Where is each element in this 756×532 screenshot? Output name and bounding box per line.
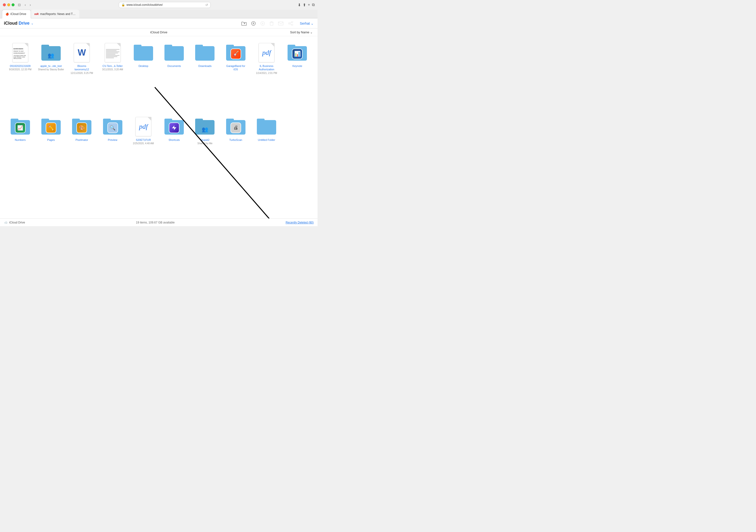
tab-icloud-drive[interactable]: 🍎 iCloud Drive	[2, 10, 31, 18]
new-folder-button[interactable]	[241, 21, 247, 26]
corner-fold	[148, 117, 151, 120]
sort-label: Sort by Name	[290, 31, 309, 34]
share-icon[interactable]: ⬆	[303, 3, 306, 7]
close-button[interactable]	[3, 3, 6, 6]
status-bar: ☁️ iCloud Drive 19 items, 109.67 GB avai…	[0, 218, 317, 226]
file-item-blooms[interactable]: W Blooms taxonomy12 12/11/2020, 6:25 PM	[68, 41, 96, 113]
file-item-numbers[interactable]: 📈 Numbers	[6, 115, 35, 183]
folder-icon-shortcuts	[164, 117, 184, 136]
sort-chevron-icon: ⌄	[310, 31, 313, 34]
file-item-pages[interactable]: ✏️ Pages	[37, 115, 65, 183]
folder-shape: 📈	[11, 119, 30, 135]
back-button[interactable]: ‹	[24, 2, 27, 7]
file-item-garageband[interactable]: 🎸 GarageBand for iOS	[221, 41, 250, 113]
file-item-preview[interactable]: 🔍 Preview	[98, 115, 127, 183]
folder-shape: 🔍	[103, 119, 122, 135]
maximize-button[interactable]	[12, 3, 14, 6]
browser-titlebar: ⊡ ‹ › 🔒 www.icloud.com/iclouddrive/ ↺ ⬇ …	[0, 0, 317, 10]
status-icloud-label: iCloud Drive	[9, 221, 25, 224]
folder-icon-keynote: 📊	[287, 43, 307, 62]
status-left: ☁️ iCloud Drive	[4, 220, 25, 224]
file-item-shortcuts[interactable]: Shortcuts	[160, 115, 189, 183]
file-date-cv-tem: 3/11/2015, 3:20 AM	[102, 68, 123, 71]
folder-body	[164, 120, 184, 135]
pdf-label: pdf	[139, 123, 148, 131]
user-menu-button[interactable]: Serhat ⌄	[300, 21, 314, 25]
traffic-lights	[3, 3, 14, 6]
tabs-overview-icon[interactable]: ⧉	[312, 3, 315, 7]
folder-body: ✏️	[41, 120, 61, 135]
doc-fold	[86, 43, 90, 47]
status-info: 19 items, 109.67 GB available	[136, 221, 175, 224]
email-button[interactable]	[278, 21, 284, 25]
status-right: Recently Deleted (80)	[285, 221, 314, 224]
folder-icon-preview: 🔍	[103, 117, 122, 136]
folder-icon-apple-tv: 👥	[41, 43, 61, 62]
file-date-blooms: 12/11/2020, 6:25 PM	[70, 71, 93, 75]
file-item-09182020[interactable]: BORROWERS PRIOR TO ANY DISBURSEMENT YOU …	[6, 41, 35, 113]
tab-macreports-label: macReports: News and Tips for Mac, iPhon…	[40, 12, 76, 16]
word-logo: W	[78, 48, 86, 58]
file-item-il-business[interactable]: pdf IL Business Authorization 1/14/2021,…	[252, 41, 281, 113]
file-name-desktop: Desktop	[139, 64, 148, 68]
recently-deleted-link[interactable]: Recently Deleted (80)	[285, 221, 314, 224]
minimize-button[interactable]	[7, 3, 10, 6]
folder-shape: 🎨	[72, 119, 92, 135]
file-item-apple-tv[interactable]: 👥 apple_tv...ote_lost Shared by Stacey B…	[37, 41, 65, 113]
svg-rect-7	[278, 22, 283, 25]
file-name-downloads: Downloads	[198, 64, 211, 68]
tab-macreports[interactable]: mR macReports: News and Tips for Mac, iP…	[31, 10, 79, 18]
tab-bar: 🍎 iCloud Drive mR macReports: News and T…	[0, 10, 317, 18]
file-name-numbers: Numbers	[15, 138, 26, 141]
address-bar[interactable]: 🔒 www.icloud.com/iclouddrive/ ↺	[119, 2, 211, 8]
file-name-09182020: 09182020131609	[10, 64, 31, 68]
folder-icon-untitled	[257, 117, 276, 136]
folder-icon-turboscan: 🖨	[226, 117, 246, 136]
icloud-app: iCloud Drive ⌄	[0, 18, 317, 226]
folder-shape: 🖨	[226, 119, 246, 135]
share-button[interactable]	[288, 21, 293, 26]
file-item-cv-tem[interactable]: CV-Tem...k-Teller 3/11/2015, 3:20 AM	[98, 41, 127, 113]
file-date-s20et1fur: 2/25/2020, 4:48 AM	[133, 142, 154, 145]
folder-shape: 👥	[195, 119, 214, 135]
forward-button[interactable]: ›	[29, 2, 32, 7]
file-item-stupid2[interactable]: 👥 Stupid2 Shared by Me	[191, 115, 219, 183]
toolbar-actions	[241, 21, 293, 26]
download-to-button[interactable]	[260, 21, 265, 26]
folder-body: 👥	[195, 120, 214, 135]
file-item-keynote[interactable]: 📊 Keynote	[283, 41, 312, 113]
folder-icon-stupid2: 👥	[195, 117, 214, 136]
sort-button[interactable]: Sort by Name ⌄	[290, 31, 313, 34]
file-item-untitled-folder[interactable]: Untitled Folder	[252, 115, 281, 183]
file-item-documents[interactable]: Documents	[160, 41, 189, 113]
subheader: iCloud Drive Sort by Name ⌄	[0, 29, 317, 36]
download-icon[interactable]: ⬇	[298, 3, 301, 7]
file-subtitle-stupid2: Shared by Me	[197, 142, 212, 145]
title-chevron-icon[interactable]: ⌄	[31, 21, 34, 25]
app-title: iCloud Drive	[4, 21, 30, 26]
browser-nav-controls: ⊡ ‹ ›	[17, 2, 32, 7]
file-item-s20et1fur[interactable]: pdf S20ET1FUR 2/25/2020, 4:48 AM	[129, 115, 158, 183]
file-item-pixelmator[interactable]: 🎨 Pixelmator	[68, 115, 96, 183]
reload-icon[interactable]: ↺	[205, 3, 208, 7]
doc-icon-cv	[105, 43, 121, 62]
file-item-desktop[interactable]: Desktop	[129, 41, 158, 113]
sidebar-toggle-button[interactable]: ⊡	[17, 2, 22, 7]
file-name-keynote: Keynote	[292, 64, 302, 68]
delete-button[interactable]	[269, 21, 274, 26]
folder-body	[195, 46, 214, 61]
folder-icon-desktop	[134, 43, 153, 62]
upload-button[interactable]	[251, 21, 256, 26]
drive-text: Drive	[19, 21, 30, 26]
folder-shape: 👥	[41, 45, 61, 61]
file-item-downloads[interactable]: Downloads	[191, 41, 219, 113]
file-icon-s20et1fur: pdf	[134, 117, 153, 136]
file-item-turboscan[interactable]: 🖨 TurboScan	[221, 115, 250, 183]
add-tab-icon[interactable]: +	[308, 3, 310, 7]
status-info-text: 19 items, 109.67 GB available	[136, 221, 175, 224]
folder-body: 👥	[41, 46, 61, 61]
folder-icon-downloads	[195, 43, 214, 62]
tab-icloud-label: iCloud Drive	[11, 12, 27, 16]
address-text: www.icloud.com/iclouddrive/	[126, 3, 163, 7]
file-name-documents: Documents	[167, 64, 181, 68]
